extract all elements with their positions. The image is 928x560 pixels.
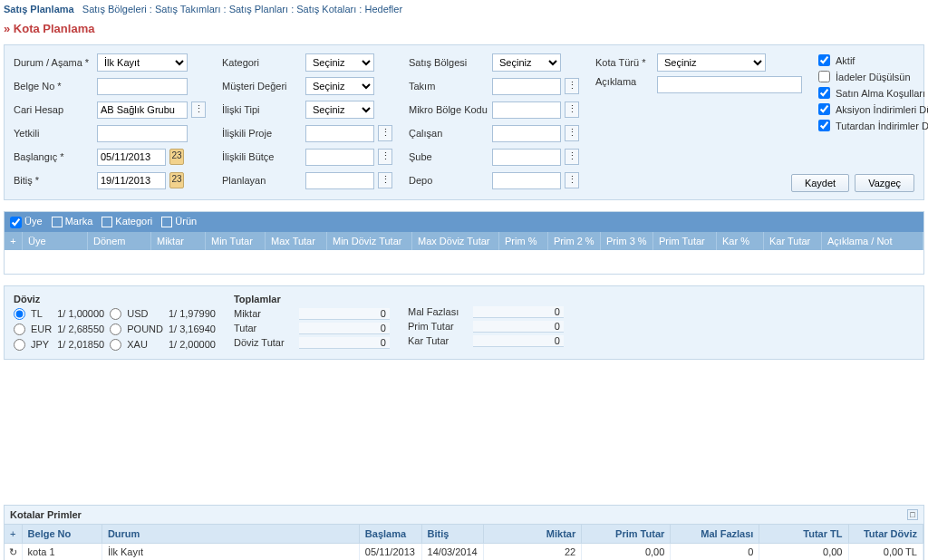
- lookup-icon[interactable]: ⋮: [565, 172, 579, 188]
- satisbolgesi-label: Satış Bölgesi: [409, 57, 488, 68]
- form-col-2: Kategori Seçiniz Müşteri Değeri Seçiniz …: [222, 53, 392, 190]
- satinalma-checkbox[interactable]: [818, 87, 830, 99]
- bitis-label: Bitiş *: [14, 175, 93, 186]
- currency-usd-radio[interactable]: [110, 308, 121, 320]
- iliskitipi-label: İlişki Tipi: [222, 104, 302, 115]
- kotalar-title: Kotalar Primler: [10, 509, 82, 520]
- depo-label: Depo: [409, 175, 488, 186]
- calisan-label: Çalışan: [409, 128, 488, 139]
- bitis-input[interactable]: [97, 172, 166, 189]
- kotaturu-label: Kota Türü *: [595, 57, 653, 68]
- lookup-icon[interactable]: ⋮: [565, 125, 579, 141]
- carihesap-input[interactable]: [97, 101, 188, 119]
- form-col-3: Satış Bölgesi Seçiniz Takım ⋮ Mikro Bölg…: [409, 53, 579, 190]
- mikro-label: Mikro Bölge Kodu: [409, 104, 488, 115]
- kotaturu-select[interactable]: Seçiniz: [657, 53, 766, 72]
- iliskibutce-label: İlişkili Bütçe: [222, 151, 302, 162]
- lookup-icon[interactable]: ⋮: [565, 78, 579, 94]
- tutardan-checkbox[interactable]: [818, 120, 830, 131]
- lookup-icon[interactable]: ⋮: [565, 149, 579, 165]
- musteri-label: Müşteri Değeri: [222, 81, 302, 92]
- iliskiproje-input[interactable]: [305, 125, 374, 142]
- grid-filter-bar: Üye Marka Kategori Ürün: [5, 212, 923, 232]
- planlayan-label: Planlayan: [222, 175, 302, 186]
- form-panel: Durum / Aşama * İlk Kayıt Belge No * Car…: [4, 44, 924, 200]
- depo-input[interactable]: [492, 172, 561, 189]
- sube-label: Şube: [409, 151, 488, 162]
- baslangic-label: Başlangıç *: [14, 151, 93, 162]
- kotalar-header: + Belge No Durum Başlama Bitiş Miktar Pr…: [5, 525, 923, 544]
- totals-block-2: Mal Fazlası0 Prim Tutar0 Kar Tutar0: [408, 306, 564, 352]
- iliskitipi-select[interactable]: Seçiniz: [305, 101, 374, 119]
- calendar-icon[interactable]: 23: [169, 172, 184, 188]
- grid-header: + Üye Dönem Miktar Min Tutar Max Tutar M…: [5, 232, 923, 250]
- carihesap-lookup-icon[interactable]: ⋮: [191, 101, 206, 118]
- carihesap-label: Cari Hesap: [14, 104, 93, 115]
- iliskibutce-input[interactable]: [305, 149, 374, 166]
- breadcrumb-item[interactable]: Satış Planları: [229, 4, 288, 14]
- satisbolgesi-select[interactable]: Seçiniz: [492, 53, 561, 72]
- page-title: » Kota Planlama: [0, 16, 928, 44]
- currency-tl-radio[interactable]: [14, 308, 25, 320]
- calendar-icon[interactable]: 23: [169, 149, 184, 165]
- kotalar-panel: Kotalar Primler □ + Belge No Durum Başla…: [4, 505, 924, 560]
- kotalar-row[interactable]: ↻ kota 1 İlk Kayıt 05/11/2013 14/03/2014…: [5, 544, 923, 560]
- filter-marka-checkbox[interactable]: [52, 217, 63, 227]
- lookup-icon[interactable]: ⋮: [565, 101, 579, 118]
- breadcrumb-main: Satış Planlama: [4, 4, 74, 14]
- currency-xau-radio[interactable]: [110, 339, 121, 351]
- kategori-label: Kategori: [222, 57, 302, 68]
- form-col-1: Durum / Aşama * İlk Kayıt Belge No * Car…: [14, 53, 206, 190]
- breadcrumb-item[interactable]: Satış Kotaları: [296, 4, 356, 14]
- tutardan-label: Tutardan İndirimler Düşülsün: [836, 121, 928, 131]
- calisan-input[interactable]: [492, 125, 561, 142]
- yetkili-input[interactable]: [97, 125, 188, 142]
- aciklama-textarea[interactable]: [657, 76, 802, 93]
- totals-panel: Döviz TL1/ 1,00000 USD1/ 1,97990 EUR1/ 2…: [4, 285, 924, 360]
- aktif-checkbox[interactable]: [818, 54, 830, 66]
- filter-uye-checkbox[interactable]: [10, 217, 22, 228]
- aksiyon-checkbox[interactable]: [818, 103, 830, 115]
- totals-block-1: Toplamlar Miktar0 Tutar0 Döviz Tutar0: [234, 294, 390, 352]
- breadcrumb-item[interactable]: Satış Bölgeleri: [82, 4, 147, 14]
- row-action-icon[interactable]: ↻: [5, 544, 23, 560]
- grid-panel: Üye Marka Kategori Ürün + Üye Dönem Mikt…: [4, 211, 924, 275]
- musteri-select[interactable]: Seçiniz: [305, 77, 374, 95]
- breadcrumb-item[interactable]: Hedefler: [364, 4, 402, 14]
- lookup-icon[interactable]: ⋮: [378, 125, 392, 141]
- iadeler-checkbox[interactable]: [818, 71, 830, 82]
- save-button[interactable]: Kaydet: [791, 174, 849, 192]
- form-col-4: Kota Türü * Seçiniz Açıklama: [595, 53, 802, 190]
- checkbox-col: Aktif İadeler Düşülsün Satın Alma Koşull…: [818, 53, 928, 190]
- currency-eur-radio[interactable]: [14, 323, 25, 335]
- sube-input[interactable]: [492, 149, 561, 166]
- kategori-select[interactable]: Seçiniz: [305, 53, 374, 72]
- breadcrumb: Satış Planlama Satış Bölgeleri : Satış T…: [0, 0, 928, 16]
- kotalar-add-icon[interactable]: +: [5, 525, 23, 543]
- filter-urun-checkbox[interactable]: [161, 217, 172, 227]
- yetkili-label: Yetkili: [14, 128, 93, 139]
- lookup-icon[interactable]: ⋮: [378, 172, 392, 188]
- belgeno-label: Belge No *: [14, 81, 93, 92]
- breadcrumb-item[interactable]: Satış Takımları: [155, 4, 221, 14]
- currency-jpy-radio[interactable]: [14, 339, 25, 351]
- currency-pound-radio[interactable]: [110, 323, 121, 335]
- currency-block: Döviz TL1/ 1,00000 USD1/ 1,97990 EUR1/ 2…: [14, 294, 216, 352]
- takim-input[interactable]: [492, 78, 561, 95]
- baslangic-input[interactable]: [97, 149, 166, 166]
- planlayan-input[interactable]: [305, 172, 374, 189]
- belgeno-input[interactable]: [97, 78, 188, 95]
- expand-icon[interactable]: □: [907, 509, 918, 520]
- iliskiproje-label: İlişkili Proje: [222, 128, 302, 139]
- iadeler-label: İadeler Düşülsün: [836, 72, 911, 82]
- lookup-icon[interactable]: ⋮: [378, 149, 392, 165]
- add-row-icon[interactable]: +: [5, 232, 23, 250]
- aksiyon-label: Aksiyon İndirimleri Düşülsün: [836, 104, 928, 115]
- aktif-label: Aktif: [836, 55, 855, 66]
- cancel-button[interactable]: Vazgeç: [855, 174, 914, 192]
- mikro-input[interactable]: [492, 101, 561, 119]
- satinalma-label: Satın Alma Koşulları Düşülsün: [836, 88, 928, 99]
- filter-kategori-checkbox[interactable]: [102, 217, 112, 227]
- grid-body: [5, 250, 923, 274]
- durum-select[interactable]: İlk Kayıt: [97, 53, 188, 72]
